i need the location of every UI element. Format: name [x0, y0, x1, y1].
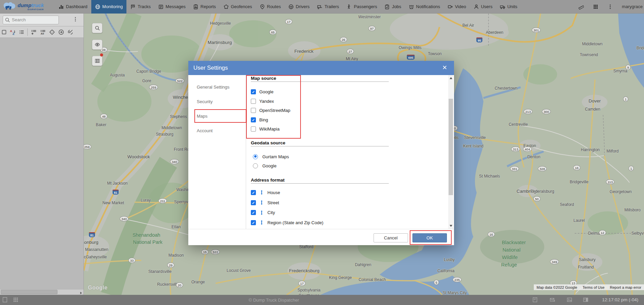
cbempty-icon[interactable]	[1, 29, 7, 35]
map-place-label: Orange	[191, 280, 205, 284]
report-map-error-link[interactable]: Report a map error	[610, 285, 641, 289]
map-source-option-google[interactable]: ✓Google	[251, 87, 448, 97]
nav-item-drivers[interactable]: Drivers	[285, 0, 313, 14]
nav-item-users[interactable]: Users	[470, 0, 496, 14]
list-icon[interactable]	[19, 29, 24, 35]
dialog-scrollbar[interactable]	[448, 75, 453, 229]
address-format-option-street[interactable]: ✓Street	[251, 197, 448, 208]
address-format-option-city[interactable]: ✓City	[251, 208, 448, 218]
checkbox-checked[interactable]: ✓	[251, 220, 256, 225]
nav-item-dashboard[interactable]: Dashboard	[55, 0, 91, 14]
video-icon	[448, 4, 453, 9]
listadd-icon[interactable]	[31, 29, 37, 35]
geodata-option-gurtam-maps[interactable]: Gurtam Maps	[253, 152, 448, 161]
image-icon[interactable]	[567, 297, 572, 304]
map-place-label: Towson	[428, 51, 442, 56]
map-source-option-bing[interactable]: ✓Bing	[251, 115, 448, 125]
map-place-label: Woodstock	[127, 154, 150, 159]
scroll-up-icon[interactable]	[450, 77, 452, 79]
passengers-icon	[347, 4, 352, 9]
copyright-label: © Dump Truck Dispatcher	[248, 298, 299, 303]
scrollbar-thumb[interactable]	[449, 99, 453, 195]
dialog-header[interactable]: User Settings	[188, 61, 454, 75]
nav-item-jobs[interactable]: Jobs	[381, 0, 405, 14]
map-layers-button[interactable]	[92, 56, 102, 66]
checkbox-checked[interactable]: ✓	[251, 117, 256, 122]
map-source-option-openstreetmap[interactable]: OpenStreetMap	[251, 106, 448, 115]
nav-item-trailers[interactable]: Trailers	[313, 0, 343, 14]
search-options-kebab-icon[interactable]	[73, 17, 78, 23]
nav-item-passengers[interactable]: Passengers	[343, 0, 381, 14]
notification-dot	[100, 53, 103, 56]
radio-selected[interactable]	[253, 154, 258, 159]
reorder-updown-icon[interactable]	[259, 210, 264, 215]
search-input[interactable]	[12, 17, 54, 22]
nav-item-geofences[interactable]: Geofences	[220, 0, 256, 14]
map-data-credit: Map data ©2022 Google	[536, 285, 577, 289]
satellite-icon[interactable]	[67, 29, 73, 35]
nav-item-monitoring[interactable]: Monitoring	[91, 0, 127, 14]
google-watermark: Google	[88, 285, 108, 291]
nav-item-units[interactable]: Units	[496, 0, 521, 14]
map-place-label: Middletown	[162, 125, 182, 130]
nav-item-reports[interactable]: Reports	[189, 0, 220, 14]
checkbox-checked[interactable]: ✓	[251, 200, 256, 205]
sortaz-icon[interactable]: AZ	[10, 29, 16, 35]
map-search-button[interactable]	[92, 23, 102, 33]
crosshair-icon[interactable]	[49, 29, 55, 35]
app-logo[interactable]: dumptruck DISPATCHER	[0, 1, 55, 13]
map-place-label: Milford	[606, 149, 619, 154]
checkbox-unchecked[interactable]	[251, 99, 256, 104]
map-source-option-wikimapia[interactable]: WikiMapia	[251, 124, 448, 134]
sidebar-horizontal-scrollbar[interactable]	[0, 289, 84, 295]
checkbox-unchecked[interactable]	[251, 126, 256, 132]
eye-icon	[95, 42, 100, 47]
nav-item-tracks[interactable]: Tracks	[126, 0, 154, 14]
route-shield: 97	[368, 26, 376, 31]
checkbox-unchecked[interactable]	[251, 108, 256, 113]
nav-item-notifications[interactable]: Notifications	[405, 0, 444, 14]
kebab-icon[interactable]	[607, 4, 613, 9]
map-place-label: Federalsburg	[530, 189, 554, 194]
windowicon-icon[interactable]	[2, 297, 8, 304]
doc-icon[interactable]	[532, 297, 538, 304]
map-eye-button[interactable]	[92, 40, 102, 50]
search-box[interactable]	[3, 16, 59, 24]
park-label: Shenandoah	[133, 232, 160, 238]
settings-nav-maps[interactable]: Maps	[188, 109, 246, 123]
route-shield: 20	[176, 283, 183, 288]
address-format-option-house[interactable]: ✓House	[251, 188, 448, 198]
jobs-icon	[384, 4, 390, 9]
close-icon[interactable]	[442, 65, 447, 71]
cancel-button[interactable]: Cancel	[374, 233, 408, 242]
reorder-updown-icon[interactable]	[259, 220, 264, 225]
reorder-updown-icon[interactable]	[259, 200, 264, 205]
settings-nav-account[interactable]: Account	[188, 123, 246, 138]
panel-icon[interactable]	[583, 297, 589, 304]
checkbox-checked[interactable]: ✓	[251, 190, 256, 195]
ok-button[interactable]: OK	[412, 233, 447, 242]
scrollbar-thumb[interactable]	[1, 290, 57, 294]
nav-item-messages[interactable]: Messages	[154, 0, 189, 14]
ruler-icon[interactable]	[578, 4, 584, 9]
map-place-label: Frederick	[294, 49, 313, 54]
scroll-down-icon[interactable]	[450, 225, 452, 227]
reorder-updown-icon[interactable]	[259, 190, 264, 195]
appsgrid-icon[interactable]	[593, 4, 598, 9]
nav-item-video[interactable]: Video	[444, 0, 470, 14]
radio-unselected[interactable]	[253, 163, 258, 168]
checkbox-checked[interactable]: ✓	[251, 210, 256, 215]
geodata-option-google[interactable]: Google	[253, 161, 448, 170]
settings-nav-general-settings[interactable]: General Settings	[188, 80, 246, 94]
mailplus-icon[interactable]	[550, 297, 555, 304]
address-format-option-region-state-and-zip-code[interactable]: ✓Region (State and Zip Code)	[251, 218, 448, 228]
nav-item-routes[interactable]: Routes	[256, 0, 285, 14]
username-label[interactable]: marygrace	[622, 4, 643, 9]
gridsmall-icon[interactable]	[13, 297, 19, 304]
checkbox-checked[interactable]: ✓	[251, 89, 256, 94]
terms-of-use-link[interactable]: Terms of Use	[582, 285, 604, 289]
settings-nav-security[interactable]: Security	[188, 94, 246, 109]
map-source-option-yandex[interactable]: Yandex	[251, 97, 448, 106]
listall-icon[interactable]: All	[40, 29, 46, 35]
arrowcircle-icon[interactable]	[58, 29, 64, 35]
